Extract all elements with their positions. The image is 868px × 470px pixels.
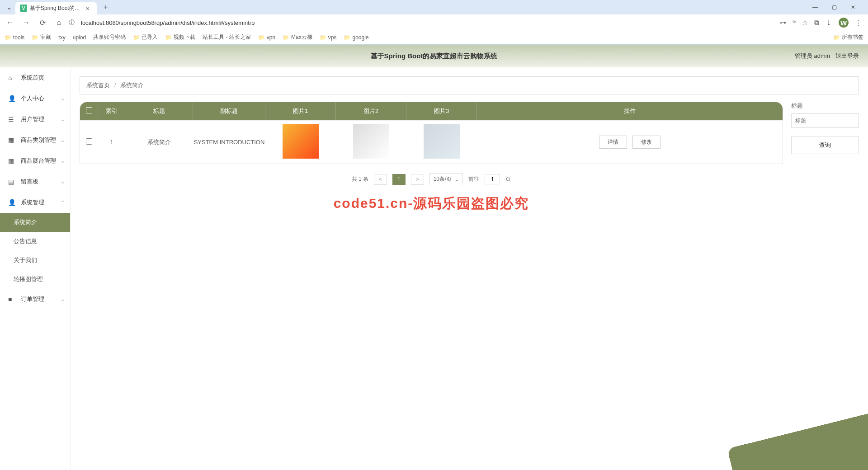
sidebar-sub-carousel[interactable]: 轮播图管理: [0, 270, 70, 289]
table-header: 索引 标题 副标题 图片1 图片2 图片3 操作: [80, 102, 783, 120]
user-label[interactable]: 管理员 admin: [795, 52, 830, 60]
extensions-icon[interactable]: ⧉: [814, 19, 819, 27]
minimize-button[interactable]: —: [808, 1, 822, 14]
th-image1: 图片1: [265, 102, 336, 120]
reload-button[interactable]: ⟳: [36, 16, 49, 29]
sidebar-item-home[interactable]: ⌂系统首页: [0, 67, 70, 88]
sidebar-item-messages[interactable]: ▤留言板⌄: [0, 171, 70, 192]
th-checkbox[interactable]: [80, 102, 98, 120]
close-icon[interactable]: ×: [86, 5, 92, 11]
sidebar-label: 个人中心: [21, 94, 44, 103]
profile-avatar[interactable]: W: [839, 18, 849, 28]
bookmark-txy[interactable]: txy: [58, 34, 65, 41]
home-button[interactable]: ⌂: [52, 16, 65, 29]
bookmark-uplod[interactable]: uplod: [73, 34, 86, 41]
sidebar-item-orders[interactable]: ■订单管理⌄: [0, 289, 70, 310]
sidebar-item-categories[interactable]: ▦商品类别管理⌄: [0, 130, 70, 150]
table-row: 1 系统简介 SYSTEM INTRODUCTION 详情 修改: [80, 120, 783, 164]
tab-title: 基于Spring Boot的易家宜超市: [30, 5, 82, 12]
browser-tab[interactable]: V 基于Spring Boot的易家宜超市 ×: [15, 2, 97, 14]
th-subtitle: 副标题: [193, 102, 265, 120]
bookmark-max[interactable]: Max云梯: [283, 33, 312, 41]
sidebar-label: 系统首页: [21, 74, 44, 82]
bookmark-share[interactable]: 共享账号密码: [93, 33, 126, 41]
breadcrumb-current: 系统简介: [120, 82, 144, 89]
prev-page-button[interactable]: <: [374, 174, 387, 185]
breadcrumb-root[interactable]: 系统首页: [86, 82, 110, 89]
tab-dropdown[interactable]: ⌄: [4, 2, 14, 13]
bookmark-import[interactable]: 已导入: [133, 33, 158, 41]
sidebar-sub-about[interactable]: 关于我们: [0, 251, 70, 270]
bookmark-google[interactable]: google: [344, 34, 368, 41]
all-bookmarks[interactable]: 所有书签: [833, 33, 863, 41]
sidebar-label: 系统管理: [21, 198, 44, 207]
home-icon: ⌂: [8, 74, 16, 81]
sidebar-sub-intro[interactable]: 系统简介: [0, 213, 70, 232]
sidebar-item-profile[interactable]: 👤个人中心⌄: [0, 88, 70, 109]
app-title: 基于Spring Boot的易家宜超市云购物系统: [371, 52, 498, 61]
row-checkbox[interactable]: [86, 138, 92, 145]
pagination-total: 共 1 条: [352, 175, 368, 183]
bookmark-bar: tools 宝藏 txy uplod 共享账号密码 已导入 视频下载 站长工具 …: [0, 31, 868, 44]
bookmark-star-icon[interactable]: ☆: [802, 19, 808, 27]
image-thumbnail-1[interactable]: [283, 124, 319, 159]
cell-index: 1: [98, 139, 125, 146]
th-image3: 图片3: [406, 102, 477, 120]
sidebar-label: 商品类别管理: [21, 136, 56, 144]
bookmark-webmaster[interactable]: 站长工具 - 站长之家: [203, 33, 251, 41]
grid-icon: ▦: [8, 136, 16, 144]
address-url[interactable]: localhost:8080/springboot58rqp/admin/dis…: [78, 19, 773, 26]
goto-suffix: 页: [505, 175, 511, 183]
bookmark-vpn[interactable]: vpn: [258, 34, 275, 41]
list-icon: ☰: [8, 116, 16, 123]
th-title: 标题: [125, 102, 193, 120]
chevron-down-icon: ⌄: [61, 179, 65, 185]
forward-button[interactable]: →: [20, 16, 33, 29]
image-thumbnail-2[interactable]: [353, 124, 389, 159]
translate-icon[interactable]: ᴳ: [793, 19, 796, 27]
chevron-down-icon: ⌄: [61, 158, 65, 164]
sidebar-sub-notice[interactable]: 公告信息: [0, 232, 70, 251]
site-info-icon[interactable]: ⓘ: [69, 19, 75, 27]
sidebar-item-system[interactable]: 👤系统管理⌃: [0, 192, 70, 213]
new-tab-button[interactable]: +: [99, 1, 112, 14]
bookmark-video[interactable]: 视频下载: [165, 33, 195, 41]
pagination: 共 1 条 < 1 > 10条/页⌄ 前往 页: [80, 173, 783, 185]
bookmark-tools[interactable]: tools: [5, 34, 24, 41]
menu-icon[interactable]: ⋮: [855, 19, 862, 27]
chevron-down-icon: ⌄: [61, 117, 65, 122]
breadcrumb-separator: /: [114, 82, 116, 89]
bookmark-vps[interactable]: vps: [320, 34, 337, 41]
data-table: 索引 标题 副标题 图片1 图片2 图片3 操作 1 系统简介 SYSTEM I…: [80, 102, 783, 164]
board-icon: ▤: [8, 178, 16, 185]
image-thumbnail-3[interactable]: [424, 124, 460, 159]
grid-icon: ▦: [8, 157, 16, 164]
download-icon[interactable]: ⭳: [826, 19, 832, 27]
vue-favicon: V: [20, 5, 27, 12]
page-number-1[interactable]: 1: [392, 174, 406, 185]
back-button[interactable]: ←: [4, 16, 16, 29]
square-icon: ■: [8, 296, 16, 303]
sidebar-label: 留言板: [21, 178, 38, 186]
sidebar-item-products[interactable]: ▦商品展台管理⌄: [0, 150, 70, 171]
search-input[interactable]: [791, 113, 859, 128]
th-actions: 操作: [477, 102, 783, 120]
goto-page-input[interactable]: [485, 174, 500, 184]
chevron-down-icon: ⌄: [61, 296, 65, 302]
edit-button[interactable]: 修改: [632, 136, 660, 149]
bookmark-baozang[interactable]: 宝藏: [32, 33, 51, 41]
chevron-up-icon: ⌃: [61, 200, 65, 206]
app-header: 基于Spring Boot的易家宜超市云购物系统 管理员 admin 退出登录: [0, 45, 868, 67]
search-button[interactable]: 查询: [791, 136, 859, 154]
chevron-down-icon: ⌄: [61, 96, 65, 102]
sidebar-item-users[interactable]: ☰用户管理⌄: [0, 109, 70, 130]
cell-title: 系统简介: [125, 138, 193, 146]
key-icon[interactable]: ⊶: [779, 19, 786, 27]
page-size-select[interactable]: 10条/页⌄: [429, 173, 463, 185]
close-window-button[interactable]: ✕: [846, 1, 860, 14]
maximize-button[interactable]: ▢: [827, 1, 841, 14]
next-page-button[interactable]: >: [411, 174, 424, 185]
th-image2: 图片2: [336, 102, 406, 120]
detail-button[interactable]: 详情: [599, 136, 627, 149]
logout-link[interactable]: 退出登录: [835, 52, 859, 60]
